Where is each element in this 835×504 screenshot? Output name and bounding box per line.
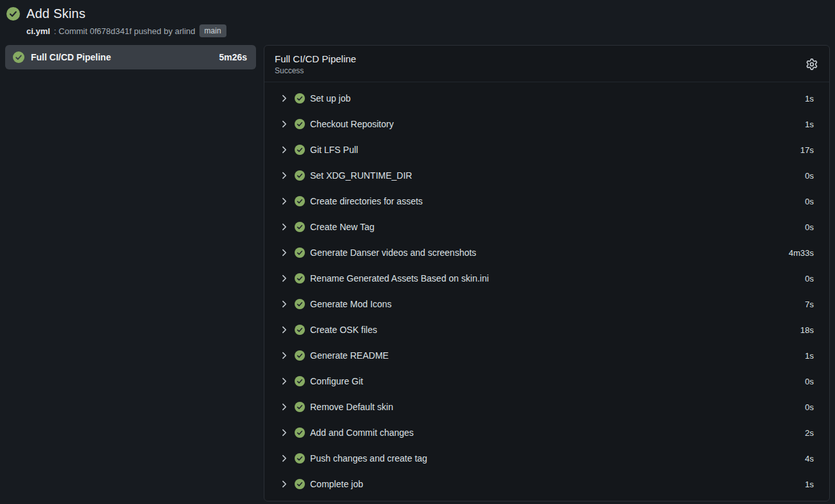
step-row[interactable]: Create OSK files 18s <box>264 317 829 343</box>
step-duration: 0s <box>805 171 814 181</box>
step-success-icon <box>295 299 305 309</box>
step-success-icon <box>295 93 305 104</box>
run-header: Add Skins ci.yml: Commit 0f678d341f push… <box>5 5 830 37</box>
step-duration: 18s <box>800 325 814 335</box>
step-duration: 0s <box>805 402 814 412</box>
step-success-icon <box>295 170 305 181</box>
chevron-right-icon[interactable] <box>280 325 289 334</box>
step-name: Set XDG_RUNTIME_DIR <box>310 170 805 181</box>
step-duration: 0s <box>805 377 814 386</box>
step-row[interactable]: Git LFS Pull 17s <box>264 137 829 163</box>
step-row[interactable]: Set up job 1s <box>264 86 829 111</box>
workflow-file-link[interactable]: ci.yml <box>26 26 50 36</box>
step-name: Generate Mod Icons <box>310 299 805 309</box>
chevron-right-icon[interactable] <box>280 480 289 489</box>
step-success-icon <box>295 376 305 386</box>
step-row[interactable]: Create directories for assets 0s <box>264 188 829 214</box>
job-duration: 5m26s <box>219 52 247 62</box>
chevron-right-icon[interactable] <box>280 428 289 437</box>
jobs-sidebar: Full CI/CD Pipeline 5m26s <box>5 45 256 69</box>
step-name: Configure Git <box>310 376 805 386</box>
step-success-icon <box>295 325 305 335</box>
panel-job-title: Full CI/CD Pipeline <box>275 53 356 64</box>
step-name: Generate Danser videos and screenshots <box>310 248 789 258</box>
step-duration: 0s <box>805 274 814 284</box>
step-name: Create directories for assets <box>310 196 805 206</box>
step-success-icon <box>295 453 305 464</box>
step-name: Create New Tag <box>310 222 805 232</box>
run-title-row: Add Skins <box>6 6 829 21</box>
step-name: Remove Default skin <box>310 402 805 412</box>
step-success-icon <box>295 119 305 129</box>
run-main: Full CI/CD Pipeline 5m26s Full CI/CD Pip… <box>5 45 830 501</box>
step-success-icon <box>295 273 305 284</box>
job-detail-panel: Full CI/CD Pipeline Success Set <box>264 45 830 501</box>
gear-icon[interactable] <box>805 57 819 71</box>
step-row[interactable]: Set XDG_RUNTIME_DIR 0s <box>264 163 829 188</box>
step-row[interactable]: Generate README 1s <box>264 343 829 368</box>
run-success-icon <box>6 7 20 21</box>
branch-badge[interactable]: main <box>199 24 226 37</box>
step-name: Git LFS Pull <box>310 145 800 155</box>
step-success-icon <box>295 350 305 361</box>
steps-list: Set up job 1s Checkout Repository 1s <box>264 82 829 500</box>
step-duration: 2s <box>805 428 814 438</box>
step-row[interactable]: Push changes and create tag 4s <box>264 446 829 471</box>
step-duration: 1s <box>805 120 814 129</box>
run-subtitle: ci.yml: Commit 0f678d341f pushed by arli… <box>26 24 829 37</box>
step-success-icon <box>295 196 305 206</box>
step-duration: 17s <box>800 145 814 155</box>
step-row[interactable]: Complete job 1s <box>264 471 829 497</box>
step-name: Push changes and create tag <box>310 453 805 464</box>
step-duration: 4m33s <box>789 248 814 258</box>
step-name: Complete job <box>310 479 805 489</box>
step-duration: 7s <box>805 300 814 309</box>
step-row[interactable]: Configure Git 0s <box>264 368 829 394</box>
chevron-right-icon[interactable] <box>280 94 289 103</box>
step-row[interactable]: Remove Default skin 0s <box>264 394 829 420</box>
chevron-right-icon[interactable] <box>280 145 289 154</box>
chevron-right-icon[interactable] <box>280 454 289 463</box>
panel-job-status: Success <box>275 66 356 75</box>
step-row[interactable]: Generate Mod Icons 7s <box>264 291 829 317</box>
commit-info-text: : Commit 0f678d341f pushed by arlind <box>54 26 196 36</box>
chevron-right-icon[interactable] <box>280 171 289 180</box>
step-duration: 1s <box>805 94 814 104</box>
step-success-icon <box>295 428 305 438</box>
run-title: Add Skins <box>26 6 86 21</box>
chevron-right-icon[interactable] <box>280 222 289 231</box>
job-success-icon <box>13 51 24 63</box>
chevron-right-icon[interactable] <box>280 351 289 360</box>
chevron-right-icon[interactable] <box>280 402 289 411</box>
chevron-right-icon[interactable] <box>280 300 289 309</box>
step-success-icon <box>295 145 305 155</box>
step-duration: 0s <box>805 197 814 206</box>
step-row[interactable]: Add and Commit changes 2s <box>264 420 829 446</box>
step-success-icon <box>295 402 305 412</box>
panel-header: Full CI/CD Pipeline Success <box>264 46 829 82</box>
step-duration: 0s <box>805 222 814 232</box>
chevron-right-icon[interactable] <box>280 377 289 386</box>
step-name: Add and Commit changes <box>310 428 805 438</box>
step-row[interactable]: Checkout Repository 1s <box>264 111 829 137</box>
step-name: Set up job <box>310 93 805 104</box>
step-duration: 1s <box>805 480 814 489</box>
step-name: Rename Generated Assets Based on skin.in… <box>310 273 805 284</box>
step-success-icon <box>295 222 305 232</box>
step-duration: 4s <box>805 454 814 464</box>
step-row[interactable]: Rename Generated Assets Based on skin.in… <box>264 266 829 291</box>
step-row[interactable]: Create New Tag 0s <box>264 214 829 240</box>
chevron-right-icon[interactable] <box>280 197 289 206</box>
step-name: Create OSK files <box>310 325 800 335</box>
step-success-icon <box>295 479 305 489</box>
panel-header-text: Full CI/CD Pipeline Success <box>275 53 356 75</box>
step-duration: 1s <box>805 351 814 361</box>
chevron-right-icon[interactable] <box>280 120 289 129</box>
step-name: Generate README <box>310 350 805 361</box>
step-name: Checkout Repository <box>310 119 805 129</box>
chevron-right-icon[interactable] <box>280 274 289 283</box>
chevron-right-icon[interactable] <box>280 248 289 257</box>
step-success-icon <box>295 248 305 258</box>
step-row[interactable]: Generate Danser videos and screenshots 4… <box>264 240 829 266</box>
sidebar-job-full-ci-cd-pipeline[interactable]: Full CI/CD Pipeline 5m26s <box>5 45 256 69</box>
